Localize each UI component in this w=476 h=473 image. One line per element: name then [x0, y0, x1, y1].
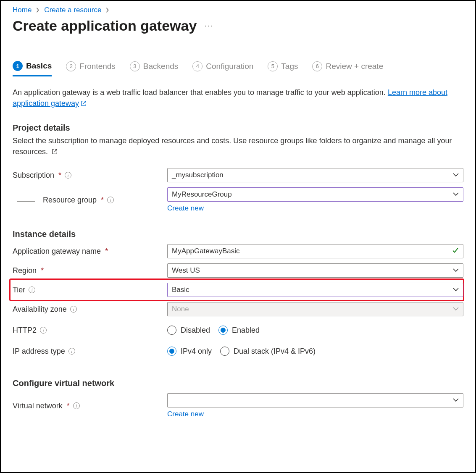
region-label: Region	[13, 266, 37, 275]
tab-step-number: 5	[268, 61, 278, 71]
availability-zone-value: None	[172, 305, 189, 313]
ip-address-type-label: IP address type	[13, 347, 65, 356]
tab-label: Tags	[281, 62, 298, 71]
chevron-down-icon	[453, 305, 459, 313]
radio-icon	[220, 347, 229, 356]
subscription-select[interactable]: _mysubscription	[167, 168, 463, 182]
required-indicator: *	[67, 402, 70, 410]
info-icon[interactable]	[68, 348, 75, 355]
chevron-down-icon	[453, 396, 459, 405]
radio-label: Disabled	[181, 326, 210, 335]
tab-label: Backends	[143, 62, 178, 71]
virtual-network-select[interactable]	[167, 393, 463, 407]
tab-tags[interactable]: 5 Tags	[268, 59, 298, 76]
tab-frontends[interactable]: 2 Frontends	[66, 59, 116, 76]
region-select[interactable]: West US	[167, 263, 463, 278]
external-link-icon	[81, 100, 87, 106]
radio-icon	[167, 326, 176, 335]
radio-label: Enabled	[232, 326, 260, 335]
tab-label: Review + create	[326, 62, 383, 71]
tab-backends[interactable]: 3 Backends	[130, 59, 178, 76]
gateway-name-label: Application gateway name	[13, 247, 101, 256]
required-indicator: *	[58, 171, 61, 180]
section-heading-project: Project details	[13, 123, 463, 133]
info-icon[interactable]	[40, 327, 47, 334]
wizard-tabs: 1 Basics 2 Frontends 3 Backends 4 Config…	[13, 59, 463, 77]
section-desc-project: Select the subscription to manage deploy…	[13, 135, 463, 157]
section-heading-vnet: Configure virtual network	[13, 378, 463, 388]
section-heading-instance: Instance details	[13, 229, 463, 239]
info-icon[interactable]	[73, 402, 80, 409]
page-title: Create application gateway	[13, 18, 197, 34]
resource-group-select[interactable]: MyResourceGroup	[167, 187, 463, 202]
availability-zone-label: Availability zone	[13, 305, 67, 314]
breadcrumb: Home Create a resource	[13, 5, 463, 14]
info-icon[interactable]	[107, 197, 114, 203]
breadcrumb-item-home[interactable]: Home	[13, 6, 32, 14]
ip-dual-stack-radio[interactable]: Dual stack (IPv4 & IPv6)	[220, 347, 316, 356]
resource-group-value: MyResourceGroup	[172, 190, 232, 199]
create-new-rg-link[interactable]: Create new	[167, 204, 463, 213]
radio-label: IPv4 only	[181, 347, 212, 356]
chevron-right-icon	[105, 7, 110, 13]
tab-step-number: 2	[66, 61, 76, 71]
required-indicator: *	[41, 266, 44, 275]
info-icon[interactable]	[29, 286, 35, 293]
tab-label: Basics	[26, 61, 52, 71]
svg-line-0	[83, 101, 86, 104]
external-link-icon	[52, 149, 58, 155]
tab-label: Configuration	[206, 62, 253, 71]
radio-icon	[167, 347, 176, 356]
availability-zone-select: None	[167, 302, 463, 316]
check-icon	[452, 247, 459, 256]
subscription-value: _mysubscription	[172, 171, 224, 179]
tab-step-number: 1	[13, 61, 23, 71]
ip-v4-only-radio[interactable]: IPv4 only	[167, 347, 212, 356]
tree-connector	[17, 190, 35, 202]
http2-disabled-radio[interactable]: Disabled	[167, 326, 210, 335]
create-new-vnet-link[interactable]: Create new	[167, 410, 463, 418]
required-indicator: *	[105, 247, 108, 256]
http2-enabled-radio[interactable]: Enabled	[218, 326, 260, 335]
gateway-name-value: MyAppGatewayBasic	[172, 247, 240, 255]
info-icon[interactable]	[70, 306, 77, 313]
tab-configuration[interactable]: 4 Configuration	[192, 59, 253, 76]
required-indicator: *	[101, 196, 104, 205]
region-value: West US	[172, 266, 200, 275]
svg-line-1	[54, 150, 57, 152]
info-icon[interactable]	[65, 172, 71, 179]
tier-label: Tier	[13, 286, 25, 294]
resource-group-label: Resource group	[43, 196, 97, 205]
ip-radio-group: IPv4 only Dual stack (IPv4 & IPv6)	[167, 347, 463, 356]
http2-label: HTTP2	[13, 326, 37, 335]
radio-label: Dual stack (IPv4 & IPv6)	[234, 347, 316, 356]
tier-select[interactable]: Basic	[167, 283, 463, 297]
intro-body: An application gateway is a web traffic …	[13, 88, 388, 97]
tab-step-number: 6	[312, 61, 322, 71]
radio-icon	[218, 326, 228, 335]
chevron-down-icon	[453, 171, 459, 179]
gateway-name-input[interactable]: MyAppGatewayBasic	[167, 244, 463, 258]
tab-basics[interactable]: 1 Basics	[13, 59, 52, 76]
intro-text: An application gateway is a web traffic …	[13, 87, 463, 109]
tab-label: Frontends	[79, 62, 116, 71]
chevron-down-icon	[453, 286, 459, 294]
chevron-right-icon	[36, 7, 40, 13]
chevron-down-icon	[453, 190, 459, 199]
tier-value: Basic	[172, 286, 189, 294]
tab-step-number: 3	[130, 61, 140, 71]
tab-review-create[interactable]: 6 Review + create	[312, 59, 383, 76]
tab-step-number: 4	[192, 61, 202, 71]
virtual-network-label: Virtual network	[13, 402, 63, 410]
http2-radio-group: Disabled Enabled	[167, 326, 463, 335]
chevron-down-icon	[453, 266, 459, 275]
subscription-label: Subscription	[13, 171, 54, 180]
more-actions-button[interactable]: ···	[204, 21, 213, 30]
breadcrumb-item-create-resource[interactable]: Create a resource	[44, 6, 101, 14]
